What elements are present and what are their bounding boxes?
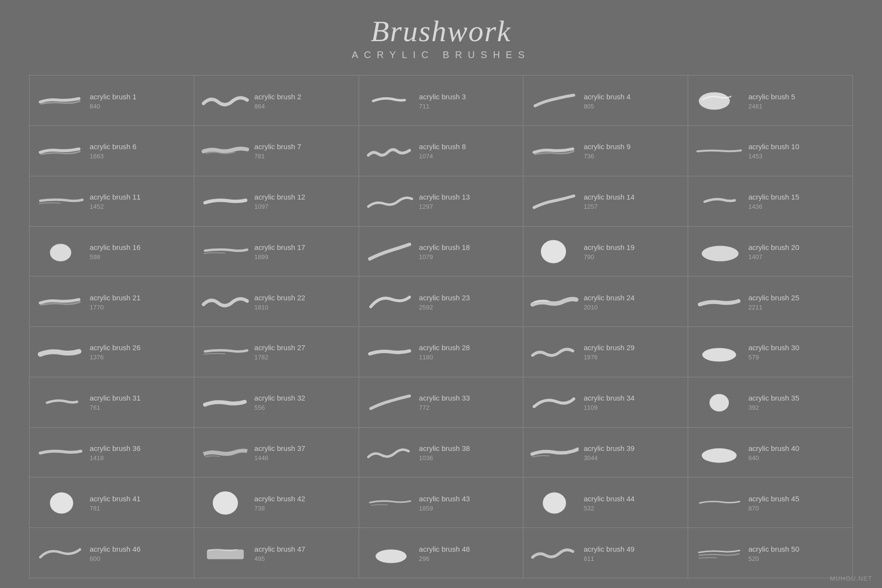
brush-name-33: acrylic brush 33	[419, 394, 470, 402]
brush-cell-18: acrylic brush 181079	[359, 227, 524, 277]
brush-info-27: acrylic brush 271782	[254, 343, 305, 361]
brush-cell-37: acrylic brush 371446	[194, 428, 359, 478]
brush-info-9: acrylic brush 9736	[583, 142, 630, 160]
svg-point-4	[702, 348, 736, 361]
brush-info-41: acrylic brush 41781	[90, 495, 141, 512]
brush-preview-18	[366, 236, 414, 267]
brush-cell-24: acrylic brush 242010	[523, 277, 688, 327]
brush-name-30: acrylic brush 30	[748, 343, 799, 352]
brush-info-28: acrylic brush 281180	[419, 343, 470, 361]
brush-cell-6: acrylic brush 61663	[30, 126, 194, 176]
brush-preview-32	[201, 387, 250, 418]
brush-cell-19: acrylic brush 19790	[523, 227, 688, 277]
brush-info-35: acrylic brush 35392	[748, 394, 799, 411]
brush-preview-26	[36, 337, 85, 368]
brush-name-5: acrylic brush 5	[748, 93, 795, 101]
brush-preview-10	[695, 136, 743, 167]
brush-name-11: acrylic brush 11	[90, 193, 141, 201]
brush-info-15: acrylic brush 151436	[748, 193, 799, 210]
brush-info-20: acrylic brush 201407	[748, 243, 799, 261]
brush-preview-19	[530, 236, 579, 267]
brush-count-12: 1097	[254, 203, 305, 210]
brush-preview-35	[695, 387, 743, 418]
brush-name-8: acrylic brush 8	[419, 142, 466, 151]
brush-cell-1: acrylic brush 1840	[30, 76, 194, 126]
brush-info-5: acrylic brush 52481	[748, 93, 795, 110]
brush-count-30: 579	[748, 354, 799, 361]
brush-count-26: 1376	[90, 354, 141, 361]
brush-cell-26: acrylic brush 261376	[30, 327, 194, 377]
brush-count-10: 1453	[748, 153, 799, 160]
brush-info-8: acrylic brush 81074	[419, 142, 466, 160]
brush-preview-49	[530, 538, 579, 569]
brush-count-15: 1436	[748, 203, 799, 210]
brush-name-37: acrylic brush 37	[254, 444, 305, 452]
brush-info-25: acrylic brush 252211	[748, 294, 799, 311]
brush-name-1: acrylic brush 1	[90, 93, 137, 101]
brush-count-38: 1036	[419, 454, 470, 462]
brush-count-50: 520	[748, 555, 799, 562]
brush-count-9: 736	[583, 153, 630, 160]
brush-info-2: acrylic brush 2864	[254, 93, 301, 110]
brush-cell-45: acrylic brush 45870	[688, 478, 853, 528]
brush-info-29: acrylic brush 291976	[583, 343, 634, 361]
brush-info-18: acrylic brush 181079	[419, 243, 470, 261]
brush-info-37: acrylic brush 371446	[254, 444, 305, 462]
brush-preview-30	[695, 337, 743, 368]
brush-cell-13: acrylic brush 131297	[359, 176, 524, 227]
brush-count-27: 1782	[254, 354, 305, 361]
brush-preview-23	[366, 286, 414, 318]
brush-count-24: 2010	[583, 304, 634, 311]
brush-info-49: acrylic brush 49611	[583, 545, 634, 562]
brush-cell-2: acrylic brush 2864	[194, 76, 359, 126]
brush-cell-25: acrylic brush 252211	[688, 277, 853, 327]
brush-preview-11	[36, 186, 85, 217]
brush-preview-20	[695, 236, 743, 267]
brush-cell-48: acrylic brush 48296	[359, 528, 524, 578]
brush-name-27: acrylic brush 27	[254, 343, 305, 352]
brush-preview-47	[201, 538, 250, 569]
brush-name-34: acrylic brush 34	[583, 394, 634, 402]
brush-preview-17	[201, 236, 250, 267]
brush-count-47: 495	[254, 555, 305, 562]
brush-info-1: acrylic brush 1840	[90, 93, 137, 110]
brush-cell-49: acrylic brush 49611	[523, 528, 688, 578]
brush-count-16: 598	[90, 253, 141, 261]
brush-preview-45	[695, 487, 743, 519]
brush-count-18: 1079	[419, 253, 470, 261]
brush-preview-39	[530, 437, 579, 469]
brush-cell-38: acrylic brush 381036	[359, 428, 524, 478]
brush-preview-36	[36, 437, 85, 469]
brush-cell-41: acrylic brush 41781	[30, 478, 194, 528]
brush-count-49: 611	[583, 555, 634, 562]
brush-info-22: acrylic brush 221810	[254, 294, 305, 311]
brush-count-6: 1663	[90, 153, 137, 160]
brush-cell-35: acrylic brush 35392	[688, 377, 853, 428]
brush-cell-22: acrylic brush 221810	[194, 277, 359, 327]
brush-info-3: acrylic brush 3711	[419, 93, 466, 110]
brush-grid: acrylic brush 1840acrylic brush 2864acry…	[29, 75, 853, 578]
brush-cell-50: acrylic brush 50520	[688, 528, 853, 578]
brush-cell-20: acrylic brush 201407	[688, 227, 853, 277]
brush-preview-43	[366, 487, 414, 519]
brush-count-32: 556	[254, 404, 305, 411]
brush-name-22: acrylic brush 22	[254, 294, 305, 302]
brush-cell-14: acrylic brush 141257	[523, 176, 688, 227]
brush-preview-24	[530, 286, 579, 318]
brush-info-11: acrylic brush 111452	[90, 193, 141, 210]
main-container: Brushwork ACRYLIC BRUSHES acrylic brush …	[0, 0, 882, 588]
brush-cell-3: acrylic brush 3711	[359, 76, 524, 126]
brush-cell-40: acrylic brush 40640	[688, 428, 853, 478]
brush-count-7: 781	[254, 153, 301, 160]
brush-name-3: acrylic brush 3	[419, 93, 466, 101]
brush-info-10: acrylic brush 101453	[748, 142, 799, 160]
brush-count-11: 1452	[90, 203, 141, 210]
brush-info-19: acrylic brush 19790	[583, 243, 634, 261]
brush-info-39: acrylic brush 393044	[583, 444, 634, 462]
brush-info-30: acrylic brush 30579	[748, 343, 799, 361]
brush-info-7: acrylic brush 7781	[254, 142, 301, 160]
brush-name-35: acrylic brush 35	[748, 394, 799, 402]
brush-cell-39: acrylic brush 393044	[523, 428, 688, 478]
brush-preview-3	[366, 85, 414, 117]
brush-count-3: 711	[419, 103, 466, 110]
